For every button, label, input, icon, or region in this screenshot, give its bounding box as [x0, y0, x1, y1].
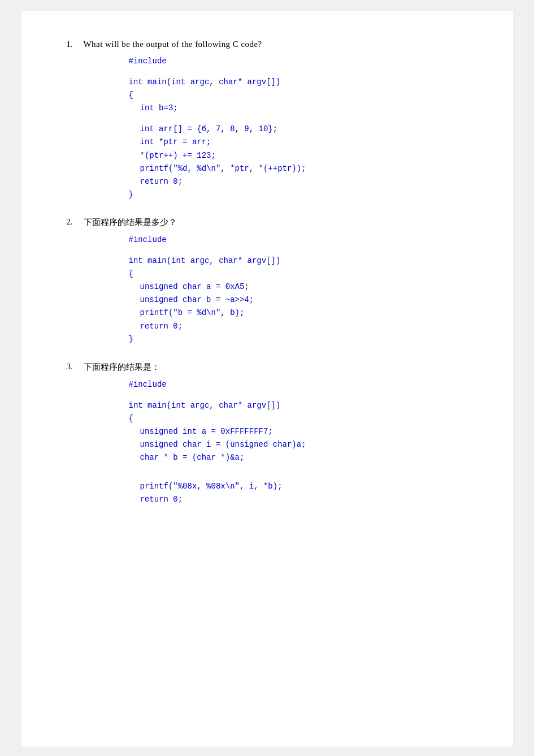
code-line: unsigned char b = ~a>>4;	[129, 293, 479, 306]
question-1-code: #include int main(int argc, char* argv[]…	[129, 55, 479, 201]
question-2: 2. 下面程序的结果是多少？ #include int main(int arg…	[67, 217, 479, 346]
question-1-header: 1. What will be the output of the follow…	[67, 40, 479, 49]
blank-line	[129, 68, 479, 76]
code-line: #include	[129, 55, 479, 68]
page-content: 1. What will be the output of the follow…	[21, 11, 513, 746]
code-line: unsigned int a = 0xFFFFFFF7;	[129, 425, 479, 438]
code-line: }	[129, 188, 479, 201]
question-3: 3. 下面程序的结果是： #include int main(int argc,…	[67, 362, 479, 507]
code-line: return 0;	[129, 320, 479, 333]
question-3-code: #include int main(int argc, char* argv[]…	[129, 378, 479, 507]
question-3-text: 下面程序的结果是：	[84, 362, 160, 373]
code-line: *(ptr++) += 123;	[129, 149, 479, 162]
blank-line	[129, 247, 479, 254]
question-2-text: 下面程序的结果是多少？	[84, 217, 177, 228]
code-line: int main(int argc, char* argv[])	[129, 399, 479, 412]
blank-line	[129, 464, 479, 472]
code-line: #include	[129, 378, 479, 391]
question-3-header: 3. 下面程序的结果是：	[67, 362, 479, 373]
code-line: }	[129, 333, 479, 346]
question-1-text: What will be the output of the following…	[84, 40, 262, 49]
code-line: printf("%d, %d\n", *ptr, *(++ptr));	[129, 162, 479, 175]
code-line: printf("b = %d\n", b);	[129, 306, 479, 319]
code-line: {	[129, 89, 479, 102]
code-line: int b=3;	[129, 102, 479, 115]
code-line: int *ptr = arr;	[129, 136, 479, 149]
question-1: 1. What will be the output of the follow…	[67, 40, 479, 201]
code-line: int arr[] = {6, 7, 8, 9, 10};	[129, 123, 479, 136]
question-1-number: 1.	[67, 40, 84, 49]
question-2-number: 2.	[67, 217, 84, 227]
code-line: printf("%08x, %08x\n", i, *b);	[129, 480, 479, 493]
question-2-header: 2. 下面程序的结果是多少？	[67, 217, 479, 228]
code-line: unsigned char i = (unsigned char)a;	[129, 438, 479, 451]
code-line: char * b = (char *)&a;	[129, 451, 479, 464]
blank-line	[129, 472, 479, 480]
code-line: {	[129, 267, 479, 280]
code-line: #include	[129, 234, 479, 247]
code-line: {	[129, 412, 479, 425]
code-line: int main(int argc, char* argv[])	[129, 76, 479, 89]
code-line: return 0;	[129, 493, 479, 506]
question-2-code: #include int main(int argc, char* argv[]…	[129, 234, 479, 346]
question-3-number: 3.	[67, 362, 84, 371]
code-line: unsigned char a = 0xA5;	[129, 280, 479, 293]
blank-line	[129, 115, 479, 123]
blank-line	[129, 391, 479, 399]
code-line: int main(int argc, char* argv[])	[129, 254, 479, 267]
code-line: return 0;	[129, 175, 479, 188]
